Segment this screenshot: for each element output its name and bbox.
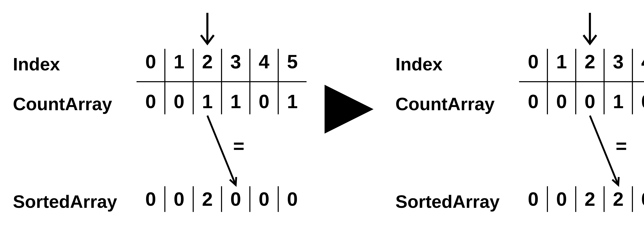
sorted-row-cell: 0: [519, 186, 548, 212]
cell-divider: [193, 186, 194, 212]
state-after: Index CountArray SortedArray 01234500010…: [382, 0, 644, 228]
sorted-row-cell: 2: [576, 186, 604, 212]
cell-divider: [547, 186, 548, 212]
row-divider: [519, 81, 644, 82]
index-row-cell: 2: [576, 49, 604, 75]
sorted-row-cell: 0: [136, 186, 165, 212]
label-count: CountArray: [396, 95, 494, 113]
index-row-cell: 5: [278, 49, 306, 75]
row-divider: [136, 81, 306, 82]
label-sorted: SortedArray: [396, 193, 500, 211]
count-row-cell: 1: [604, 89, 632, 114]
sorted-row-cell: 0: [222, 186, 250, 212]
cell-divider: [249, 186, 250, 212]
index-row-cell: 1: [548, 49, 576, 75]
pointer-arrow-icon: [194, 10, 220, 49]
equals-sign: =: [233, 135, 244, 157]
count-row: 000101: [519, 89, 644, 114]
pointer-arrow-icon: [577, 10, 603, 49]
svg-marker-4: [324, 85, 374, 134]
sorted-row: 002200: [519, 186, 644, 212]
label-sorted: SortedArray: [13, 193, 117, 211]
count-row-cell: 0: [165, 89, 193, 114]
count-row-cell: 0: [548, 89, 576, 114]
count-row-cell: 0: [250, 89, 278, 114]
label-count: CountArray: [13, 95, 112, 113]
index-row-cell: 3: [222, 49, 250, 75]
sorted-row-cell: 0: [278, 186, 306, 212]
index-row: 012345: [519, 49, 644, 75]
sorted-row-cell: 2: [193, 186, 222, 212]
count-row-cell: 0: [136, 89, 165, 114]
index-row-cell: 1: [165, 49, 193, 75]
label-index: Index: [396, 55, 442, 73]
count-row-cell: 0: [519, 89, 548, 114]
index-row-cell: 0: [519, 49, 548, 75]
index-row-cell: 4: [250, 49, 278, 75]
cell-divider: [278, 186, 279, 212]
cell-divider: [604, 186, 604, 212]
label-index: Index: [13, 55, 60, 73]
count-row-cell: 1: [222, 89, 250, 114]
count-row-cell: 0: [632, 89, 644, 114]
index-row-cell: 2: [193, 49, 222, 75]
count-row-cell: 1: [278, 89, 306, 114]
cell-divider: [632, 186, 633, 212]
svg-line-3: [590, 115, 618, 185]
sorted-row-cell: 0: [548, 186, 576, 212]
count-row-cell: 1: [193, 89, 222, 114]
sorted-row-cell: 0: [632, 186, 644, 212]
index-row-cell: 4: [632, 49, 644, 75]
cell-divider: [575, 186, 576, 212]
index-row-cell: 3: [604, 49, 632, 75]
cell-divider: [221, 186, 222, 212]
equals-sign: =: [616, 135, 627, 157]
svg-line-1: [207, 115, 236, 185]
index-row-cell: 0: [136, 49, 165, 75]
state-before: Index CountArray SortedArray 01234500110…: [0, 0, 316, 228]
sorted-row-cell: 2: [604, 186, 632, 212]
sorted-row-cell: 0: [165, 186, 193, 212]
step-forward-icon: [322, 82, 376, 136]
count-row-cell: 0: [576, 89, 604, 114]
diagram-stage: Index CountArray SortedArray 01234500110…: [0, 0, 644, 228]
cell-divider: [164, 186, 166, 212]
sorted-row-cell: 0: [250, 186, 278, 212]
